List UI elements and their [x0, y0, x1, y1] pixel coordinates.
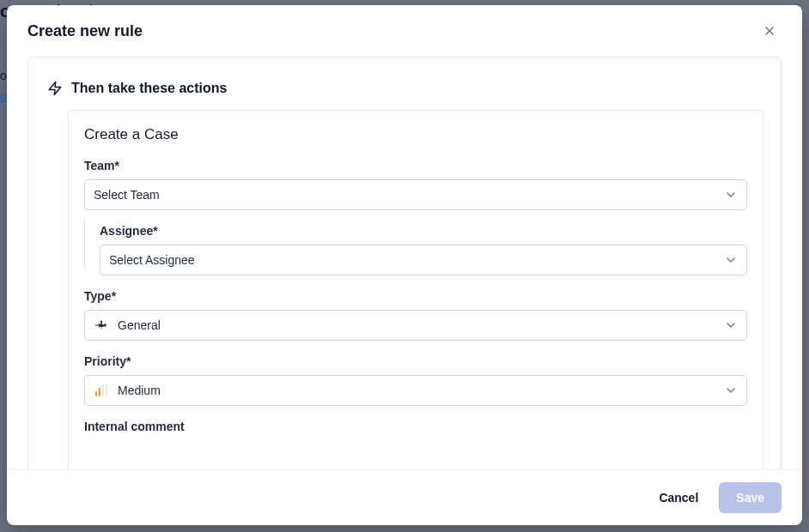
assignee-label: Assignee* [100, 224, 747, 238]
rule-panel: Then take these actions Create a Case Te… [27, 57, 782, 469]
assignee-select[interactable]: Select Assignee [100, 245, 747, 275]
create-case-card: Create a Case Team* Select Team Assignee… [68, 110, 763, 469]
assignee-select-value: Select Assignee [109, 253, 195, 267]
internal-comment-label: Internal comment [84, 420, 747, 433]
save-button[interactable]: Save [719, 482, 782, 513]
pin-icon [94, 317, 109, 333]
svg-marker-2 [49, 82, 61, 94]
card-title: Create a Case [84, 126, 747, 143]
priority-medium-icon [94, 383, 109, 398]
priority-label: Priority* [84, 354, 747, 368]
actions-section-header: Then take these actions [28, 57, 781, 110]
internal-comment-field: Internal comment [84, 420, 747, 433]
type-field: Type* General [84, 289, 747, 341]
type-label: Type* [84, 289, 747, 303]
type-select[interactable]: General [84, 310, 747, 341]
modal-body: Then take these actions Create a Case Te… [7, 57, 802, 469]
priority-select-value: Medium [118, 384, 161, 397]
assignee-field: Assignee* Select Assignee [100, 224, 747, 275]
team-field: Team* Select Team [84, 159, 747, 210]
priority-select[interactable]: Medium [84, 375, 747, 406]
team-select[interactable]: Select Team [84, 179, 747, 210]
modal-header: Create new rule [7, 5, 802, 57]
actions-section-title: Then take these actions [71, 80, 227, 96]
close-icon [763, 24, 776, 38]
chevron-down-icon [724, 384, 738, 397]
create-rule-modal: Create new rule Then take these actions … [7, 5, 802, 525]
priority-field: Priority* Medium [84, 354, 747, 406]
modal-footer: Cancel Save [7, 469, 802, 525]
team-select-value: Select Team [94, 188, 160, 202]
chevron-down-icon [724, 253, 738, 267]
background-text: o [0, 69, 7, 82]
cancel-button[interactable]: Cancel [654, 484, 703, 511]
chevron-down-icon [724, 188, 738, 202]
type-select-value: General [118, 318, 161, 332]
lightning-icon [47, 81, 63, 96]
chevron-down-icon [724, 318, 738, 332]
modal-title: Create new rule [27, 22, 143, 40]
team-label: Team* [84, 159, 747, 172]
close-button[interactable] [757, 19, 782, 43]
